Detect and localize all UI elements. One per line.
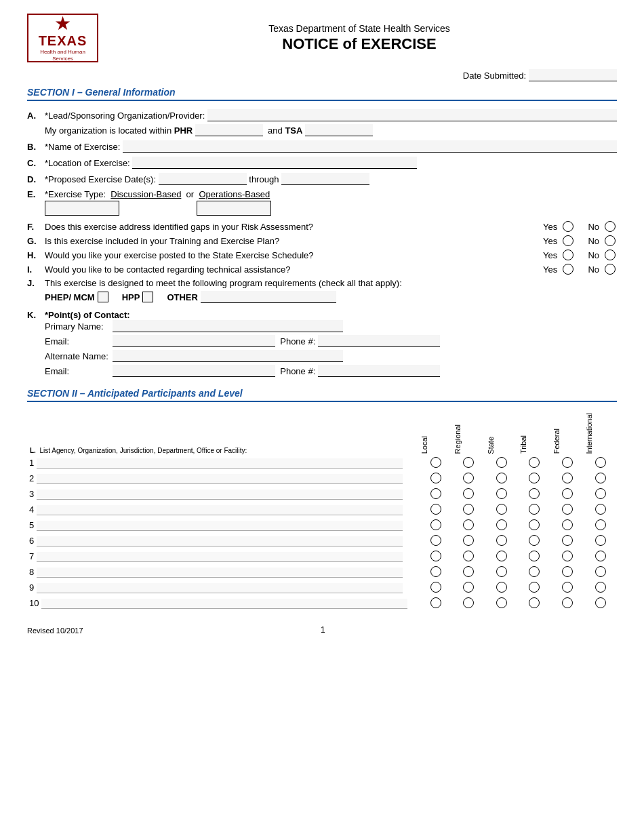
discussion-based-box[interactable] <box>45 201 119 216</box>
radio-tribal-8[interactable] <box>529 566 540 577</box>
radio-local-4[interactable] <box>430 504 441 515</box>
agency-input-9[interactable] <box>37 583 403 593</box>
radio-federal-2[interactable] <box>562 473 573 483</box>
radio-local-1[interactable] <box>430 457 441 468</box>
radio-federal-1[interactable] <box>562 457 573 468</box>
agency-input-4[interactable] <box>37 505 403 515</box>
radio-tribal-10[interactable] <box>529 597 540 608</box>
radio-regional-4[interactable] <box>463 504 474 515</box>
row-g-yes-radio[interactable] <box>563 235 573 246</box>
row-i-yes-radio[interactable] <box>563 264 573 275</box>
radio-tribal-4[interactable] <box>529 504 540 515</box>
level-cell-federal-9 <box>551 580 584 596</box>
agency-input-2[interactable] <box>37 474 403 484</box>
radio-tribal-5[interactable] <box>529 519 540 530</box>
radio-international-8[interactable] <box>595 566 606 577</box>
radio-local-3[interactable] <box>430 488 441 499</box>
radio-local-8[interactable] <box>430 566 441 577</box>
agency-input-3[interactable] <box>37 490 403 500</box>
phone2-input[interactable] <box>318 365 440 377</box>
phr-input[interactable] <box>195 124 263 136</box>
radio-state-6[interactable] <box>496 535 507 546</box>
radio-regional-7[interactable] <box>463 551 474 561</box>
radio-international-4[interactable] <box>595 504 606 515</box>
tsa-input[interactable] <box>305 124 373 136</box>
row-i-no-radio[interactable] <box>605 264 616 275</box>
radio-international-10[interactable] <box>595 597 606 608</box>
radio-federal-8[interactable] <box>562 566 573 577</box>
radio-federal-5[interactable] <box>562 519 573 530</box>
radio-international-9[interactable] <box>595 582 606 593</box>
radio-international-6[interactable] <box>595 535 606 546</box>
radio-state-5[interactable] <box>496 519 507 530</box>
operations-based-link[interactable]: Operations-Based <box>199 189 270 199</box>
operations-based-box[interactable] <box>197 201 271 216</box>
agency-input-7[interactable] <box>37 552 403 562</box>
radio-state-4[interactable] <box>496 504 507 515</box>
radio-local-10[interactable] <box>430 597 441 608</box>
date-end-input[interactable] <box>281 173 369 185</box>
radio-regional-2[interactable] <box>463 473 474 483</box>
agency-input-10[interactable] <box>41 599 407 609</box>
primary-name-input[interactable] <box>113 320 343 332</box>
radio-tribal-6[interactable] <box>529 535 540 546</box>
radio-state-8[interactable] <box>496 566 507 577</box>
radio-local-5[interactable] <box>430 519 441 530</box>
email2-input[interactable] <box>113 365 275 377</box>
radio-federal-3[interactable] <box>562 488 573 499</box>
row-h-no-radio[interactable] <box>605 250 616 260</box>
radio-state-10[interactable] <box>496 597 507 608</box>
radio-local-7[interactable] <box>430 551 441 561</box>
radio-federal-7[interactable] <box>562 551 573 561</box>
radio-tribal-9[interactable] <box>529 582 540 593</box>
radio-state-1[interactable] <box>496 457 507 468</box>
row-f-yes-radio[interactable] <box>563 221 573 232</box>
date-start-input[interactable] <box>159 173 247 185</box>
radio-international-3[interactable] <box>595 488 606 499</box>
radio-tribal-2[interactable] <box>529 473 540 483</box>
radio-regional-9[interactable] <box>463 582 474 593</box>
radio-regional-5[interactable] <box>463 519 474 530</box>
radio-international-2[interactable] <box>595 473 606 483</box>
alt-name-input[interactable] <box>113 350 343 362</box>
radio-federal-10[interactable] <box>562 597 573 608</box>
radio-regional-3[interactable] <box>463 488 474 499</box>
radio-federal-9[interactable] <box>562 582 573 593</box>
hpp-checkbox[interactable] <box>142 292 153 302</box>
radio-state-7[interactable] <box>496 551 507 561</box>
row-g-no-radio[interactable] <box>605 235 616 246</box>
row-f-no-radio[interactable] <box>605 221 616 232</box>
radio-regional-6[interactable] <box>463 535 474 546</box>
radio-federal-4[interactable] <box>562 504 573 515</box>
radio-international-7[interactable] <box>595 551 606 561</box>
agency-input-5[interactable] <box>37 521 403 531</box>
other-input[interactable] <box>201 291 336 303</box>
phep-checkbox[interactable] <box>98 292 108 302</box>
lead-org-input[interactable] <box>207 109 617 121</box>
radio-regional-8[interactable] <box>463 566 474 577</box>
email1-input[interactable] <box>113 335 275 347</box>
radio-state-2[interactable] <box>496 473 507 483</box>
radio-regional-10[interactable] <box>463 597 474 608</box>
radio-international-1[interactable] <box>595 457 606 468</box>
radio-federal-6[interactable] <box>562 535 573 546</box>
agency-input-1[interactable] <box>37 458 403 469</box>
phone1-input[interactable] <box>318 335 440 347</box>
discussion-based-link[interactable]: Discussion-Based <box>110 189 181 199</box>
radio-tribal-3[interactable] <box>529 488 540 499</box>
exercise-name-input[interactable] <box>123 140 617 153</box>
location-input[interactable] <box>132 157 417 169</box>
radio-international-5[interactable] <box>595 519 606 530</box>
agency-input-8[interactable] <box>37 568 403 578</box>
radio-regional-1[interactable] <box>463 457 474 468</box>
radio-tribal-1[interactable] <box>529 457 540 468</box>
radio-state-9[interactable] <box>496 582 507 593</box>
date-submitted-input[interactable] <box>529 69 617 81</box>
row-h-yes-radio[interactable] <box>563 250 573 260</box>
radio-local-2[interactable] <box>430 473 441 483</box>
agency-input-6[interactable] <box>37 536 403 547</box>
radio-local-9[interactable] <box>430 582 441 593</box>
radio-local-6[interactable] <box>430 535 441 546</box>
radio-state-3[interactable] <box>496 488 507 499</box>
radio-tribal-7[interactable] <box>529 551 540 561</box>
